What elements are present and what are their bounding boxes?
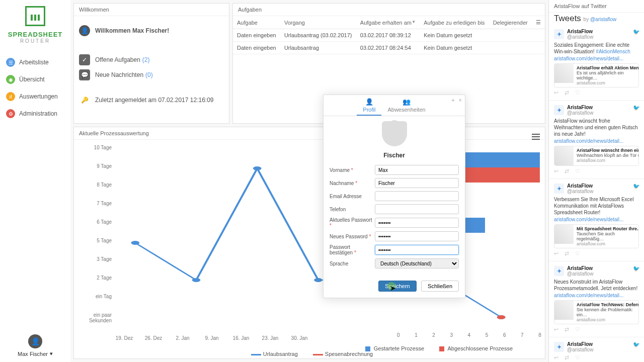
reply-icon[interactable]: ↩ bbox=[554, 326, 558, 333]
label-language: Sprache bbox=[330, 261, 375, 266]
retweet-icon[interactable]: ⇄ bbox=[565, 89, 569, 96]
bar-x-tick: 3 bbox=[450, 332, 453, 338]
twitter-handle-link[interactable]: @aristaflow bbox=[590, 17, 616, 22]
retweet-icon[interactable]: ⇄ bbox=[565, 250, 569, 257]
bar-chart-legend: Gestartete Prozesse Abgeschlossene Proze… bbox=[333, 345, 540, 351]
sort-caret-icon: ▼ bbox=[412, 20, 416, 24]
nav-item-administration[interactable]: ⚙ Administration bbox=[0, 105, 70, 122]
input-new-pw[interactable] bbox=[375, 231, 459, 241]
input-email[interactable] bbox=[375, 191, 459, 201]
aristaflow-logo-icon: ✦ bbox=[554, 29, 564, 39]
modal-add-icon[interactable]: + bbox=[451, 97, 454, 103]
open-tasks-count: (2) bbox=[142, 56, 150, 63]
tweet-link[interactable]: aristaflow.com/de/news/detail... bbox=[554, 217, 639, 222]
brand-line1: SPREADSHEET bbox=[8, 31, 63, 38]
y-tick-label: 10 Tage bbox=[74, 145, 112, 150]
new-messages-count: (0) bbox=[145, 71, 153, 78]
y-tick-label: ein paar Sekunden bbox=[74, 312, 112, 323]
tweets-heading: Tweets by @aristaflow bbox=[549, 13, 644, 25]
select-language[interactable]: Deutsch (Deutschland) bbox=[375, 258, 459, 268]
twitter-panel: AristaFlow auf Twitter Tweets by @arista… bbox=[548, 0, 644, 362]
retweet-icon[interactable]: ⇄ bbox=[565, 354, 569, 361]
tweet[interactable]: ✦AristaFlow@aristaflow🐦Neues Konstrukt i… bbox=[549, 261, 644, 337]
x-tick-label: 9. Jan bbox=[205, 335, 218, 341]
user-icon: 👤 bbox=[79, 25, 90, 36]
close-button[interactable]: Schließen bbox=[421, 281, 459, 292]
like-icon[interactable]: ♡ bbox=[575, 326, 580, 333]
table-row[interactable]: Daten eingebenUrlaubsantrag (03.02.2017)… bbox=[233, 29, 545, 42]
tweet-link[interactable]: aristaflow.com/de/news/detail... bbox=[554, 138, 639, 144]
tweet[interactable]: ✦AristaFlow@aristaflow🐦AristaFlow wünsch… bbox=[549, 101, 644, 179]
tasks-table: Aufgabe Vorgang Aufgabe erhalten am▼ Auf… bbox=[233, 16, 545, 54]
tweet-card-image bbox=[554, 146, 574, 165]
open-tasks-label: Offene Aufgaben bbox=[95, 56, 140, 63]
tweet-link[interactable]: aristaflow.com/de/news/detail... bbox=[554, 56, 639, 61]
like-icon[interactable]: ♡ bbox=[575, 168, 580, 174]
input-current-pw[interactable] bbox=[375, 218, 459, 228]
reply-icon[interactable]: ↩ bbox=[554, 168, 558, 174]
twitter-bird-icon: 🐦 bbox=[633, 105, 640, 111]
nav-item-auswertungen[interactable]: ıl Auswertungen bbox=[0, 88, 70, 105]
modal-display-name: Fischer bbox=[330, 152, 459, 159]
x-tick-label: 26. Dez bbox=[145, 335, 162, 341]
label-confirm-pw: Passwort bestätigen * bbox=[330, 244, 375, 255]
nav-label: Auswertungen bbox=[19, 93, 58, 100]
twitter-panel-title: AristaFlow auf Twitter bbox=[549, 0, 644, 13]
nav-label: Arbeitsliste bbox=[19, 59, 49, 66]
input-confirm-pw[interactable] bbox=[375, 245, 459, 255]
y-tick-label: 5 Tage bbox=[74, 238, 112, 243]
x-tick-label: 16. Jan bbox=[233, 335, 250, 341]
input-nachname[interactable] bbox=[375, 178, 459, 188]
modal-avatar bbox=[330, 121, 459, 148]
col-delegierender[interactable]: Delegierender bbox=[489, 16, 532, 29]
table-config-icon[interactable]: ☰ bbox=[536, 19, 541, 25]
tweet[interactable]: ✦AristaFlow@aristaflow🐦Verbessern Sie Ih… bbox=[549, 179, 644, 261]
input-vorname[interactable] bbox=[375, 165, 459, 175]
brand-line2: ROUTER bbox=[8, 38, 63, 44]
welcome-greeting: Willkommen Max Fischer! bbox=[95, 27, 169, 34]
save-button[interactable]: Speichern ➤ bbox=[378, 281, 417, 292]
x-tick-label: 23. Jan bbox=[262, 335, 279, 341]
col-erhalten[interactable]: Aufgabe erhalten am▼ bbox=[356, 16, 420, 29]
bar-x-tick: 6 bbox=[503, 332, 506, 338]
absence-icon: 👥 bbox=[387, 98, 425, 106]
nav-item-uebersicht[interactable]: ◉ Übersicht bbox=[0, 71, 70, 88]
svg-point-2 bbox=[253, 166, 262, 170]
retweet-icon[interactable]: ⇄ bbox=[565, 168, 569, 174]
col-vorgang[interactable]: Vorgang bbox=[280, 16, 356, 29]
list-icon: ☰ bbox=[6, 58, 15, 67]
tweet-link[interactable]: aristaflow.com/de/news/detail... bbox=[554, 293, 639, 298]
new-messages-link[interactable]: 💬 Neue Nachrichten (0) bbox=[79, 69, 224, 80]
tweet[interactable]: ✦AristaFlow@aristaflow🐦Soziales Engageme… bbox=[549, 25, 644, 101]
y-tick-label: 3 Tage bbox=[74, 256, 112, 262]
nav-item-arbeitsliste[interactable]: ☰ Arbeitsliste bbox=[0, 54, 70, 71]
user-footer[interactable]: 👤 Max Fischer ▾ bbox=[18, 334, 53, 357]
tweet[interactable]: ✦AristaFlow@aristaflow🐦↩⇄♡ bbox=[549, 337, 644, 362]
modal-close-icon[interactable]: × bbox=[459, 97, 462, 103]
x-tick-label: 19. Dez bbox=[116, 335, 133, 341]
col-erledigen[interactable]: Aufgabe zu erledigen bis bbox=[420, 16, 489, 29]
aristaflow-logo-icon: ✦ bbox=[554, 342, 564, 352]
tab-abwesenheiten[interactable]: 👥 Abwesenheiten bbox=[381, 95, 431, 116]
tab-profil[interactable]: 👤 Profil bbox=[357, 95, 381, 116]
reply-icon[interactable]: ↩ bbox=[554, 250, 558, 257]
y-tick-label: 6 Tage bbox=[74, 219, 112, 225]
col-aufgabe[interactable]: Aufgabe bbox=[233, 16, 280, 29]
retweet-icon[interactable]: ⇄ bbox=[565, 326, 569, 333]
like-icon[interactable]: ♡ bbox=[575, 89, 580, 96]
table-row[interactable]: Daten eingebenUrlaubsantrag03.02.2017 08… bbox=[233, 42, 545, 54]
input-telefon[interactable] bbox=[375, 204, 459, 214]
twitter-bird-icon: 🐦 bbox=[633, 265, 640, 272]
reply-icon[interactable]: ↩ bbox=[554, 89, 558, 96]
reply-icon[interactable]: ↩ bbox=[554, 354, 558, 361]
like-icon[interactable]: ♡ bbox=[575, 250, 580, 257]
label-vorname: Vorname * bbox=[330, 167, 375, 173]
bar-x-tick: 8 bbox=[538, 332, 541, 338]
process-panel: Aktuelle Prozessauswertung 7 Tage) 10 Ta… bbox=[73, 127, 545, 359]
open-tasks-link[interactable]: ✓ Offene Aufgaben (2) bbox=[79, 54, 224, 65]
bar-x-tick: 5 bbox=[486, 332, 489, 338]
tweet-card-image bbox=[554, 225, 574, 244]
like-icon[interactable]: ♡ bbox=[575, 354, 580, 361]
user-name-label: Max Fischer bbox=[18, 351, 48, 357]
last-login-label: Zuletzt angemeldet am 07.02.2017 12:16:0… bbox=[95, 97, 214, 104]
